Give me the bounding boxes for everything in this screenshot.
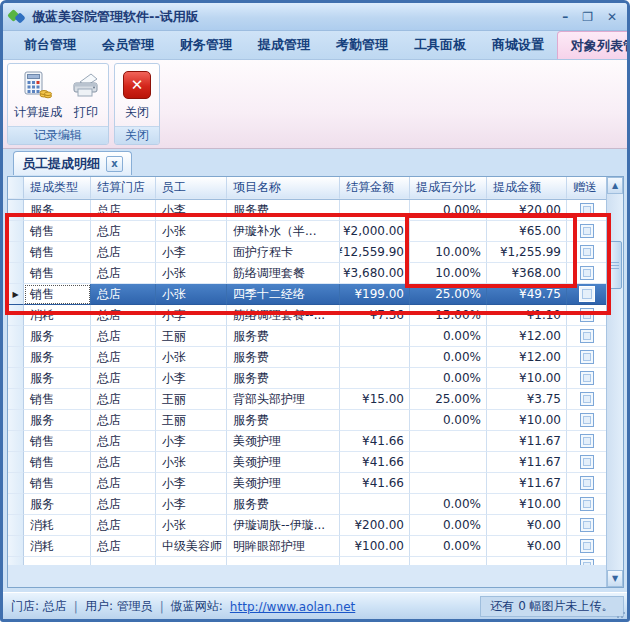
cell-employee: 小张	[156, 221, 227, 242]
table-row[interactable]: 消耗总店小张伊璇调肤--伊璇...¥200.000.00%¥0.00	[8, 515, 606, 536]
cell-amount: ¥41.66	[340, 473, 410, 494]
scrollbar-thumb[interactable]	[608, 241, 622, 289]
cell-employee: 王丽	[156, 326, 227, 347]
table-row[interactable]: 消耗总店中级美容师明眸眼部护理¥100.000.00%¥0.00	[8, 536, 606, 557]
cell-commission: ¥12.00	[487, 347, 567, 368]
cell-employee: 中级美容师	[156, 536, 227, 557]
status-separator: |	[160, 600, 164, 614]
gift-cell	[567, 284, 606, 305]
gift-checkbox[interactable]	[580, 434, 594, 448]
table-row[interactable]: 销售总店小李面护疗程卡¥12,559.9010.00%¥1,255.99	[8, 242, 606, 263]
column-header[interactable]: 赠送	[567, 177, 606, 199]
close-icon[interactable]: ✕	[607, 11, 617, 23]
table-row[interactable]: 销售总店小张美颈护理¥41.66¥11.67	[8, 452, 606, 473]
printer-icon	[70, 69, 102, 101]
column-header[interactable]: 提成类型	[24, 177, 91, 199]
column-header[interactable]: 结算门店	[91, 177, 156, 199]
table-row[interactable]: 服务总店小李服务费0.00%¥20.00	[8, 200, 606, 221]
table-row[interactable]: 销售总店小张伊璇补水（半...¥2,000.00¥65.00	[8, 221, 606, 242]
row-indicator	[8, 452, 24, 473]
cell-project: 服务费	[227, 494, 340, 515]
cell-employee: 小张	[156, 284, 227, 305]
column-header[interactable]: 提成百分比	[410, 177, 487, 199]
minimize-icon[interactable]: –	[562, 11, 568, 23]
gift-checkbox[interactable]	[580, 308, 594, 322]
close-page-button[interactable]: ✕ 关闭	[117, 66, 157, 122]
tab-close-icon[interactable]: x	[106, 156, 123, 172]
column-header[interactable]: 项目名称	[227, 177, 340, 199]
table-row[interactable]: 服务总店小张服务费0.00%¥12.00	[8, 347, 606, 368]
gift-checkbox[interactable]	[580, 329, 594, 343]
table-row[interactable]: 销售总店小张筋络调理套餐¥3,680.0010.00%¥368.00	[8, 263, 606, 284]
gift-checkbox[interactable]	[580, 476, 594, 490]
column-header[interactable]: 提成金额	[487, 177, 567, 199]
cell-store: 总店	[91, 326, 156, 347]
table-row[interactable]: 消耗总店小李筋络调理套餐--...¥7.3615.00%¥1.10	[8, 305, 606, 326]
gift-checkbox[interactable]	[580, 539, 594, 553]
cell-employee: 小李	[156, 242, 227, 263]
gift-checkbox[interactable]	[580, 266, 594, 280]
menu-tab-members[interactable]: 会员管理	[89, 31, 167, 59]
print-button[interactable]: 打印	[66, 66, 106, 122]
cell-project: 服务费	[227, 200, 340, 221]
table-row[interactable]: ▶销售总店小张四季十二经络¥199.0025.00%¥49.75	[8, 284, 606, 305]
calc-commission-button[interactable]: 计算提成	[10, 66, 66, 122]
resize-grip[interactable]	[616, 609, 626, 619]
column-header[interactable]: 结算金额	[340, 177, 410, 199]
column-header[interactable]: 员工	[156, 177, 227, 199]
cell-project: 伊璇补水（半...	[227, 221, 340, 242]
gift-checkbox[interactable]	[580, 203, 594, 217]
maximize-icon[interactable]: ❐	[582, 11, 593, 23]
cell-commission: ¥0.00	[487, 536, 567, 557]
gift-checkbox[interactable]	[580, 518, 594, 532]
gift-checkbox[interactable]	[580, 413, 594, 427]
row-indicator	[8, 305, 24, 326]
menu-tab-attendance[interactable]: 考勤管理	[323, 31, 401, 59]
scroll-down-icon[interactable]: ▼	[607, 570, 623, 587]
print-label: 打印	[74, 104, 98, 121]
gift-checkbox[interactable]	[580, 371, 594, 385]
aolan-website-link[interactable]: http://www.aolan.net	[230, 600, 355, 614]
gift-checkbox[interactable]	[580, 224, 594, 238]
menu-tab-mall[interactable]: 商城设置	[479, 31, 557, 59]
cell-store: 总店	[91, 389, 156, 410]
menu-tab-frontdesk[interactable]: 前台管理	[11, 31, 89, 59]
table-row[interactable]: 服务总店王丽服务费0.00%¥12.00	[8, 326, 606, 347]
table-row[interactable]: 服务总店小李服务费0.00%¥10.00	[8, 368, 606, 389]
gift-cell	[567, 368, 606, 389]
menu-tab-commission[interactable]: 提成管理	[245, 31, 323, 59]
menu-tab-tools[interactable]: 工具面板	[401, 31, 479, 59]
ribbon-group-record-edit: 计算提成 打印 记录编辑	[7, 63, 109, 145]
cell-commission: ¥11.67	[487, 431, 567, 452]
menu-tab-finance[interactable]: 财务管理	[167, 31, 245, 59]
gift-checkbox[interactable]	[580, 350, 594, 364]
table-row[interactable]: 销售总店小李美颈护理¥41.66¥11.67	[8, 431, 606, 452]
tab-employee-commission-detail[interactable]: 员工提成明细 x	[13, 151, 132, 175]
cell-percent: 0.00%	[410, 515, 487, 536]
cell-amount	[340, 368, 410, 389]
cell-amount: ¥15.00	[340, 389, 410, 410]
cell-amount: ¥3,680.00	[340, 263, 410, 284]
table-row[interactable]: 服务总店小李服务费0.00%¥10.00	[8, 494, 606, 515]
cell-store: 总店	[91, 263, 156, 284]
cell-percent: 25.00%	[410, 389, 487, 410]
cell-amount: ¥100.00	[340, 536, 410, 557]
cell-type: 销售	[24, 452, 91, 473]
window-title: 傲蓝美容院管理软件--试用版	[32, 8, 562, 26]
vertical-scrollbar[interactable]: ▲ ▼	[606, 177, 623, 587]
menu-tab-object-list[interactable]: 对象列表管理	[557, 31, 630, 59]
gift-checkbox[interactable]	[580, 455, 594, 469]
table-row[interactable]: 服务总店王丽服务费0.00%¥10.00	[8, 410, 606, 431]
table-row[interactable]: 销售总店王丽背部头部护理¥15.0025.00%¥3.75	[8, 389, 606, 410]
table-row[interactable]: 销售总店小李美颈护理¥41.66¥11.67	[8, 473, 606, 494]
cell-store: 总店	[91, 452, 156, 473]
commission-grid-panel: 提成类型结算门店员工项目名称结算金额提成百分比提成金额赠送 服务总店小李服务费0…	[7, 176, 624, 588]
gift-checkbox[interactable]	[580, 245, 594, 259]
cell-project: 筋络调理套餐	[227, 263, 340, 284]
gift-checkbox[interactable]	[580, 497, 594, 511]
gift-checkbox[interactable]	[580, 392, 594, 406]
scroll-up-icon[interactable]: ▲	[607, 177, 623, 194]
doc-tab-label: 员工提成明细	[22, 155, 100, 173]
gift-checkbox[interactable]	[579, 286, 595, 302]
cell-amount: ¥41.66	[340, 431, 410, 452]
